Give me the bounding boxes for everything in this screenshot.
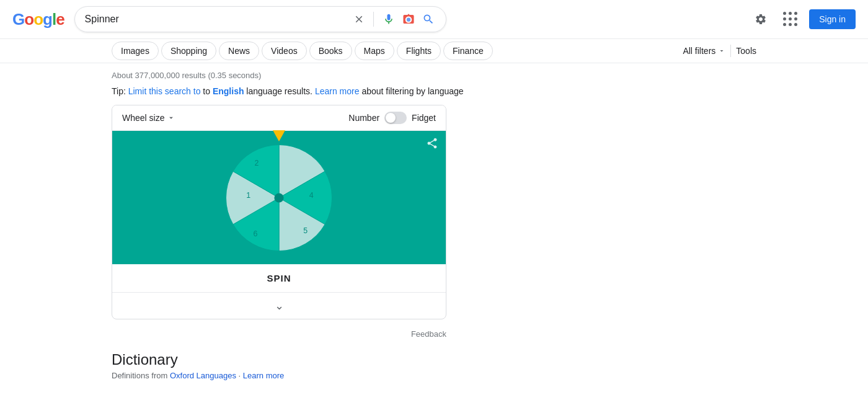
number-toggle[interactable] bbox=[384, 112, 407, 124]
wheel-size-button[interactable]: Wheel size bbox=[122, 113, 175, 123]
svg-point-7 bbox=[274, 193, 283, 202]
spin-label: SPIN bbox=[267, 273, 291, 283]
nav-flights[interactable]: Flights bbox=[397, 42, 441, 60]
dictionary-section: Dictionary Definitions from Oxford Langu… bbox=[112, 351, 756, 380]
svg-text:6: 6 bbox=[254, 229, 258, 238]
nav-images[interactable]: Images bbox=[112, 42, 159, 60]
learn-more-link[interactable]: Learn more bbox=[315, 86, 360, 96]
svg-point-0 bbox=[406, 18, 410, 22]
dict-subtitle-prefix: Definitions from bbox=[112, 371, 167, 380]
google-search-button[interactable] bbox=[421, 12, 436, 27]
tip-bar: Tip: Limit this search to to English lan… bbox=[112, 86, 756, 96]
wheel-size-label: Wheel size bbox=[122, 113, 164, 123]
nav-videos[interactable]: Videos bbox=[262, 42, 307, 60]
feedback-label: Feedback bbox=[411, 329, 446, 339]
dictionary-learn-more-link[interactable]: Learn more bbox=[243, 371, 284, 380]
spinner-canvas[interactable]: 3 4 5 6 1 2 bbox=[112, 131, 446, 264]
nav-news[interactable]: News bbox=[219, 42, 259, 60]
spinner-container[interactable]: 3 4 5 6 1 2 bbox=[220, 139, 338, 257]
svg-text:4: 4 bbox=[309, 191, 314, 200]
lens-button[interactable] bbox=[401, 12, 416, 27]
svg-text:5: 5 bbox=[303, 226, 308, 235]
fidget-label: Fidget bbox=[412, 113, 436, 123]
dictionary-subtitle: Definitions from Oxford Languages · Lear… bbox=[112, 371, 756, 380]
all-filters-button[interactable]: All filters bbox=[683, 46, 725, 56]
tip-suffix: about filtering by language bbox=[361, 86, 463, 96]
nav-divider bbox=[730, 45, 731, 57]
svg-text:2: 2 bbox=[254, 158, 259, 167]
clear-button[interactable] bbox=[352, 12, 366, 26]
results-count: About 377,000,000 results (0.35 seconds) bbox=[112, 71, 756, 80]
spinner-pointer bbox=[273, 130, 285, 141]
number-label: Number bbox=[348, 113, 379, 123]
nav-bar: Images Shopping News Videos Books Maps F… bbox=[0, 39, 868, 63]
grid-dots-icon bbox=[783, 12, 799, 27]
sign-in-button[interactable]: Sign in bbox=[809, 9, 856, 29]
spinner-wheel[interactable]: 3 4 5 6 1 2 bbox=[220, 139, 338, 257]
svg-text:1: 1 bbox=[246, 191, 250, 200]
header: Google Spinner bbox=[0, 0, 868, 39]
dictionary-title: Dictionary bbox=[112, 351, 756, 368]
search-input[interactable]: Spinner bbox=[85, 14, 347, 25]
spin-button[interactable]: SPIN bbox=[112, 264, 446, 293]
voice-search-button[interactable] bbox=[381, 12, 396, 27]
apps-button[interactable] bbox=[779, 8, 802, 30]
limit-search-link[interactable]: Limit this search to bbox=[128, 86, 201, 96]
nav-shopping[interactable]: Shopping bbox=[161, 42, 216, 60]
nav-finance[interactable]: Finance bbox=[443, 42, 493, 60]
share-button[interactable] bbox=[426, 137, 438, 153]
nav-right: All filters Tools bbox=[683, 45, 756, 57]
search-bar: Spinner bbox=[74, 6, 446, 32]
settings-button[interactable] bbox=[750, 8, 772, 30]
spinner-toggle-area: Number Fidget bbox=[348, 112, 436, 124]
english-text: English bbox=[213, 86, 244, 96]
tip-prefix: Tip: bbox=[112, 86, 128, 96]
tools-button[interactable]: Tools bbox=[736, 46, 756, 56]
toggle-knob bbox=[386, 113, 396, 123]
google-logo[interactable]: Google bbox=[12, 10, 64, 29]
nav-maps[interactable]: Maps bbox=[355, 42, 394, 60]
feedback-link[interactable]: Feedback bbox=[112, 329, 446, 339]
spinner-toolbar: Wheel size Number Fidget bbox=[112, 105, 446, 131]
expand-chevron-icon: ⌄ bbox=[275, 300, 284, 312]
spinner-expand-button[interactable]: ⌄ bbox=[112, 293, 446, 319]
search-divider bbox=[373, 12, 374, 27]
main-content: About 377,000,000 results (0.35 seconds)… bbox=[0, 63, 868, 388]
nav-books[interactable]: Books bbox=[309, 42, 352, 60]
all-filters-label: All filters bbox=[683, 46, 715, 56]
header-right: Sign in bbox=[750, 8, 856, 30]
oxford-languages-link[interactable]: Oxford Languages bbox=[170, 371, 236, 380]
spinner-widget: Wheel size Number Fidget bbox=[112, 105, 446, 319]
